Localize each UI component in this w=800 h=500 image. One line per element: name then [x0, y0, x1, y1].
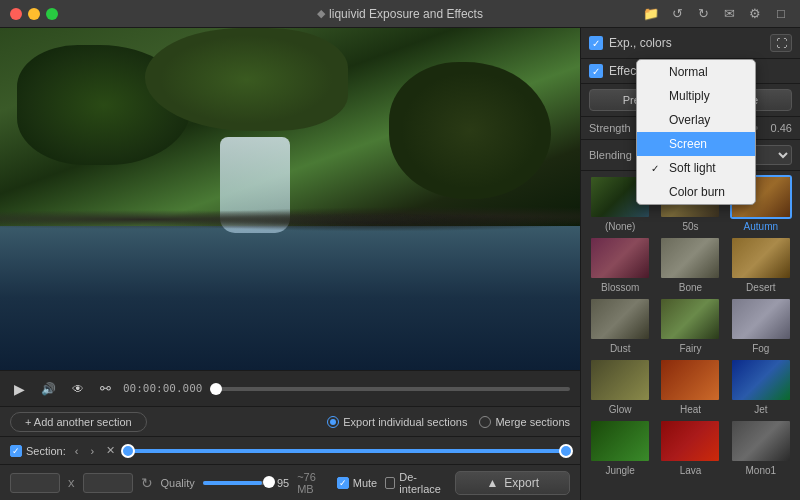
dropdown-item-multiply[interactable]: Multiply	[637, 84, 755, 108]
merge-sections-radio[interactable]	[479, 416, 491, 428]
quality-thumb[interactable]	[263, 476, 275, 488]
folder-icon[interactable]: 📁	[642, 5, 660, 23]
thumb-bone-img	[661, 238, 719, 278]
close-button[interactable]	[10, 8, 22, 20]
thumb-row-5: Jungle Lava Mono1	[587, 419, 794, 476]
exp-colors-checkbox[interactable]: ✓	[589, 36, 603, 50]
file-size: ~76 MB	[297, 471, 329, 495]
thumb-blossom-img	[591, 238, 649, 278]
export-individual-option[interactable]: Export individual sections	[327, 416, 467, 428]
timeline-thumb[interactable]	[210, 383, 222, 395]
dropdown-item-screen[interactable]: Screen	[637, 132, 755, 156]
range-thumb-left[interactable]	[121, 444, 135, 458]
bottom-bar: 1920 x 1080 ↻ Quality 95 ~76 MB Mute De-…	[0, 464, 580, 500]
settings-icon[interactable]: ⚙	[746, 5, 764, 23]
mute-checkbox[interactable]	[337, 477, 349, 489]
minimize-button[interactable]	[28, 8, 40, 20]
section-back-button[interactable]: ‹	[72, 444, 82, 458]
thumb-lava-img	[661, 421, 719, 461]
deinterlace-checkbox[interactable]	[385, 477, 395, 489]
thumb-fairy[interactable]: Fairy	[657, 297, 723, 354]
thumb-row-2: Blossom Bone Desert	[587, 236, 794, 293]
thumb-lava[interactable]: Lava	[657, 419, 723, 476]
thumb-desert[interactable]: Desert	[728, 236, 794, 293]
thumb-jungle-label: Jungle	[605, 465, 634, 476]
effect-checkbox[interactable]: ✓	[589, 64, 603, 78]
thumb-bone[interactable]: Bone	[657, 236, 723, 293]
share-icon[interactable]: ✉	[720, 5, 738, 23]
thumb-fog-img	[732, 299, 790, 339]
maximize-button[interactable]	[46, 8, 58, 20]
expand-icon[interactable]: □	[772, 5, 790, 23]
scene-detail	[0, 28, 580, 370]
thumb-desert-img	[732, 238, 790, 278]
thumb-heat[interactable]: Heat	[657, 358, 723, 415]
thumb-heat-img	[661, 360, 719, 400]
thumb-dust[interactable]: Dust	[587, 297, 653, 354]
dropdown-item-softlight[interactable]: ✓ Soft light	[637, 156, 755, 180]
main-layout: ▶ 🔊 👁 ⚯ 00:00:00.000 + Add another secti…	[0, 28, 800, 500]
section-range[interactable]	[128, 449, 566, 453]
timecode: 00:00:00.000	[123, 382, 202, 395]
thumb-dust-label: Dust	[610, 343, 631, 354]
section-forward-button[interactable]: ›	[87, 444, 97, 458]
softlight-check: ✓	[651, 163, 663, 174]
timeline-track[interactable]	[210, 387, 570, 391]
effect-label: Effect	[609, 64, 639, 78]
thumb-desert-label: Desert	[746, 282, 775, 293]
thumb-jungle[interactable]: Jungle	[587, 419, 653, 476]
rp-icon-button[interactable]: ⛶	[770, 34, 792, 52]
rock-2	[145, 28, 348, 131]
thumb-mono1[interactable]: Mono1	[728, 419, 794, 476]
section-checkbox-label: Section:	[10, 445, 66, 457]
redo-icon[interactable]: ↻	[694, 5, 712, 23]
rock-3	[389, 62, 551, 199]
water-area	[0, 226, 580, 370]
thumb-jungle-img	[591, 421, 649, 461]
merge-sections-option[interactable]: Merge sections	[479, 416, 570, 428]
export-button[interactable]: ▲ Export	[455, 471, 570, 495]
thumb-dust-img	[591, 299, 649, 339]
title-bar: ◆ liquivid Exposure and Effects 📁 ↺ ↻ ✉ …	[0, 0, 800, 28]
section-checkbox[interactable]	[10, 445, 22, 457]
thumb-glow-img	[591, 360, 649, 400]
section-close-button[interactable]: ✕	[103, 443, 118, 458]
dropdown-item-overlay[interactable]: Overlay	[637, 108, 755, 132]
play-button[interactable]: ▶	[10, 379, 29, 399]
thumb-blossom[interactable]: Blossom	[587, 236, 653, 293]
range-thumb-right[interactable]	[559, 444, 573, 458]
quality-fill	[203, 481, 263, 485]
window-title: ◆ liquivid Exposure and Effects	[317, 7, 483, 21]
export-individual-radio[interactable]	[327, 416, 339, 428]
thumbnails-grid: (None) 50s Autumn	[581, 171, 800, 500]
thumb-row-3: Dust Fairy Fog	[587, 297, 794, 354]
rotate-button[interactable]: ↻	[141, 475, 153, 491]
thumb-mono1-img	[732, 421, 790, 461]
thumb-jet-label: Jet	[754, 404, 767, 415]
size-separator: x	[68, 475, 75, 490]
dropdown-item-normal[interactable]: Normal	[637, 60, 755, 84]
width-input[interactable]: 1920	[10, 473, 60, 493]
thumb-glow[interactable]: Glow	[587, 358, 653, 415]
video-placeholder	[0, 28, 580, 370]
traffic-lights	[10, 8, 58, 20]
thumb-row-4: Glow Heat Jet	[587, 358, 794, 415]
title-bar-controls: 📁 ↺ ↻ ✉ ⚙ □	[642, 5, 790, 23]
blending-dropdown-menu[interactable]: Normal Multiply Overlay Screen ✓ Soft li…	[636, 59, 756, 205]
undo-icon[interactable]: ↺	[668, 5, 686, 23]
thumb-fog[interactable]: Fog	[728, 297, 794, 354]
add-section-button[interactable]: + Add another section	[10, 412, 147, 432]
link-button[interactable]: ⚯	[96, 379, 115, 398]
quality-slider[interactable]	[203, 481, 269, 485]
thumb-jet[interactable]: Jet	[728, 358, 794, 415]
effect-row: ✓ Effect Normal Multiply Overlay	[581, 59, 800, 84]
eye-button[interactable]: 👁	[68, 380, 88, 398]
thumb-mono1-label: Mono1	[746, 465, 777, 476]
thumb-lava-label: Lava	[680, 465, 702, 476]
thumb-glow-label: Glow	[609, 404, 632, 415]
video-area[interactable]	[0, 28, 580, 370]
right-panel: ✓ Exp., colors ⛶ ✓ Effect Normal Multipl…	[580, 28, 800, 500]
volume-button[interactable]: 🔊	[37, 380, 60, 398]
dropdown-item-colorburn[interactable]: Color burn	[637, 180, 755, 204]
height-input[interactable]: 1080	[83, 473, 133, 493]
